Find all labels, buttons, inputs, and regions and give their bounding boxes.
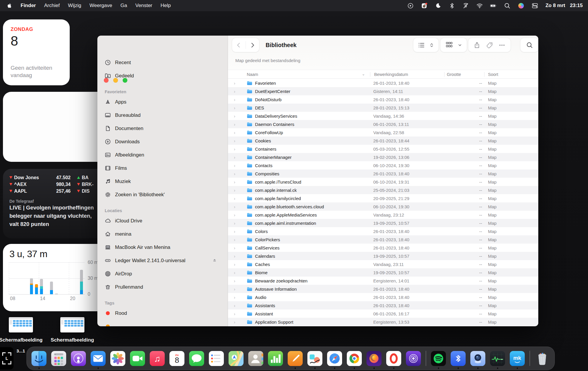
disclosure-chevron-icon[interactable]: › bbox=[234, 254, 239, 259]
disclosure-chevron-icon[interactable]: › bbox=[234, 196, 239, 201]
disclosure-chevron-icon[interactable]: › bbox=[234, 114, 239, 119]
dock-icon-firefox[interactable] bbox=[367, 351, 382, 366]
table-row[interactable]: › com.apple.familycircled 20-09-2025, 21… bbox=[228, 194, 538, 202]
table-row[interactable]: › Autosave Information 26-01-2023, 18:40… bbox=[228, 285, 538, 293]
disclosure-chevron-icon[interactable]: › bbox=[234, 122, 239, 127]
disclosure-chevron-icon[interactable]: › bbox=[234, 229, 239, 234]
list-view-button[interactable] bbox=[413, 38, 439, 52]
siri-icon[interactable] bbox=[518, 2, 524, 9]
dock-icon-finder[interactable] bbox=[31, 351, 46, 366]
control-center-icon[interactable] bbox=[532, 2, 538, 9]
table-row[interactable]: › Cookies 26-01-2023, 18:44 -- Map bbox=[228, 137, 538, 145]
sidebar-item-downloads[interactable]: Downloads bbox=[97, 135, 228, 148]
dock-icon-messages[interactable] bbox=[189, 351, 204, 366]
dock-icon-pages[interactable] bbox=[288, 351, 303, 366]
bluetooth-icon[interactable] bbox=[449, 2, 455, 9]
table-row[interactable]: › Biome 19-09-2025, 10:57 -- Map bbox=[228, 268, 538, 277]
disclosure-chevron-icon[interactable]: › bbox=[234, 89, 239, 94]
table-row[interactable]: › com.apple.iTunesCloud 06-10-2024, 19:3… bbox=[228, 178, 538, 186]
dock-icon-bluetooth-exchange[interactable] bbox=[451, 351, 466, 366]
dock-icon-podcasts[interactable] bbox=[71, 351, 86, 366]
calendar-widget[interactable]: ZONDAG 8 Geen activiteiten vandaag bbox=[3, 19, 70, 85]
memoji-app-icon[interactable] bbox=[421, 2, 428, 9]
column-header-naam[interactable]: Naam bbox=[247, 70, 258, 79]
menu-bar-clock[interactable]: Zo 8 mrt 23:15 bbox=[545, 3, 583, 9]
dock-icon-spotify[interactable] bbox=[431, 351, 446, 366]
screen-capture-icon[interactable]: L bbox=[0, 347, 14, 370]
table-row[interactable]: › DoNotDisturb 26-01-2023, 18:40 -- Map bbox=[228, 95, 538, 104]
dock-icon-photos[interactable] bbox=[110, 351, 125, 366]
dock-icon-safari[interactable] bbox=[327, 351, 342, 366]
table-row[interactable]: › Favorieten 26-01-2023, 18:40 -- Map bbox=[228, 79, 538, 87]
table-row[interactable]: › Containers 05-03-2026, 12:55 -- Map bbox=[228, 145, 538, 153]
column-header-grootte[interactable]: Grootte bbox=[447, 70, 461, 79]
dock-icon-numbers[interactable] bbox=[268, 351, 283, 366]
sidebar-item-prullenmand[interactable]: Prullenmand bbox=[97, 280, 228, 294]
disclosure-chevron-icon[interactable]: › bbox=[234, 278, 239, 283]
wifi-icon[interactable] bbox=[476, 2, 483, 9]
dock-icon-mackeeper[interactable]: mk bbox=[510, 351, 525, 366]
disclosure-chevron-icon[interactable]: › bbox=[234, 81, 239, 86]
dock-icon-trash[interactable] bbox=[535, 351, 550, 366]
table-row[interactable]: › com.apple.aiml.instrumentation 19-09-2… bbox=[228, 219, 538, 227]
dock-icon-freeform[interactable] bbox=[307, 351, 322, 366]
table-row[interactable]: › com.apple.AppleMediaServices Vandaag, … bbox=[228, 211, 538, 219]
sidebar-item-ledger-wallet-2-141-0-universal[interactable]: Ledger Wallet 2.141.0-universal bbox=[97, 254, 228, 267]
column-header-bewerkingsdatum[interactable]: Bewerkingsdatum bbox=[374, 70, 408, 79]
disclosure-chevron-icon[interactable]: › bbox=[234, 270, 239, 275]
sidebar-item-rood[interactable]: Rood bbox=[97, 307, 228, 320]
dock-icon-reminders[interactable] bbox=[209, 351, 224, 366]
table-row[interactable]: › Daemon Containers 06-01-2026, 13:11 --… bbox=[228, 120, 538, 128]
disclosure-chevron-icon[interactable]: › bbox=[234, 262, 239, 267]
table-row[interactable]: › DES 28-01-2023, 15:13 -- Map bbox=[228, 104, 538, 112]
sidebar-item-films[interactable]: Films bbox=[97, 162, 228, 175]
disclosure-chevron-icon[interactable]: › bbox=[234, 130, 239, 135]
table-row[interactable]: › com.apple.internal.ck 25-05-2024, 21:0… bbox=[228, 186, 538, 194]
menu-archief[interactable]: Archief bbox=[40, 3, 64, 9]
table-row[interactable]: › Assistant 06-01-2026, 16:17 -- Map bbox=[228, 310, 538, 318]
dock-icon-mail[interactable] bbox=[91, 351, 106, 366]
sidebar-item-menina[interactable]: menina bbox=[97, 227, 228, 241]
dock-icon-calendar[interactable]: Zo8 bbox=[169, 351, 184, 366]
sidebar-item-afbeeldingen[interactable]: Afbeeldingen bbox=[97, 148, 228, 162]
dock-icon-opera[interactable] bbox=[386, 351, 401, 366]
disclosure-chevron-icon[interactable]: › bbox=[234, 245, 239, 250]
sidebar-item-gedeeld[interactable]: Gedeeld bbox=[97, 69, 228, 82]
table-row[interactable]: › CallServices 26-01-2023, 18:40 -- Map bbox=[228, 244, 538, 252]
sidebar-item-apps[interactable]: Apps bbox=[97, 95, 228, 109]
dock-icon-tor-browser[interactable] bbox=[406, 351, 421, 366]
tag-button[interactable] bbox=[486, 41, 493, 49]
dock-icon-facetime[interactable] bbox=[130, 351, 145, 366]
eject-icon[interactable] bbox=[212, 258, 217, 263]
menu-ga[interactable]: Ga bbox=[116, 3, 131, 9]
table-row[interactable]: › Assistants 26-01-2023, 18:40 -- Map bbox=[228, 301, 538, 310]
disclosure-chevron-icon[interactable]: › bbox=[234, 295, 239, 300]
table-row[interactable]: › com.apple.bluetooth.services.cloud 06-… bbox=[228, 202, 538, 211]
sidebar-item-macbook-air-van-menina[interactable]: MacBook Air van Menina bbox=[97, 241, 228, 254]
sidebar-item-tag[interactable] bbox=[97, 320, 228, 326]
table-row[interactable]: › DataDeliveryServices Vandaag, 14:36 --… bbox=[228, 112, 538, 120]
menu-wijzig[interactable]: Wijzig bbox=[64, 3, 85, 9]
disclosure-chevron-icon[interactable]: › bbox=[234, 188, 239, 193]
disclosure-chevron-icon[interactable]: › bbox=[234, 237, 239, 242]
table-row[interactable]: › Contacts 06-10-2024, 19:30 -- Map bbox=[228, 161, 538, 169]
table-row[interactable]: › DuetExpertCenter Gisteren, 14:11 -- Ma… bbox=[228, 87, 538, 95]
disclosure-chevron-icon[interactable]: › bbox=[234, 163, 239, 168]
dock-icon-camo[interactable] bbox=[470, 351, 485, 366]
disclosure-chevron-icon[interactable]: › bbox=[234, 320, 239, 325]
dock-icon-maps[interactable] bbox=[229, 351, 244, 366]
spotlight-icon[interactable] bbox=[504, 2, 511, 9]
screenshot-thumbnail-2[interactable] bbox=[60, 317, 84, 332]
table-row[interactable]: › Application Support Eergisteren, 13:53… bbox=[228, 318, 538, 326]
table-row[interactable]: › Bewaarde zoekopdrachten Eergisteren, 1… bbox=[228, 277, 538, 285]
table-row[interactable]: › ContainerManager 19-02-2026, 13:06 -- … bbox=[228, 153, 538, 161]
table-row[interactable]: › Colors 26-01-2023, 18:40 -- Map bbox=[228, 227, 538, 235]
disclosure-chevron-icon[interactable]: › bbox=[234, 147, 239, 152]
focus-moon-icon[interactable] bbox=[435, 2, 442, 9]
menu-help[interactable]: Help bbox=[156, 3, 175, 9]
disclosure-chevron-icon[interactable]: › bbox=[234, 155, 239, 160]
menu-venster[interactable]: Venster bbox=[131, 3, 156, 9]
more-button[interactable] bbox=[498, 41, 506, 49]
disclosure-chevron-icon[interactable]: › bbox=[234, 97, 239, 102]
sidebar-item-bureaublad[interactable]: Bureaublad bbox=[97, 109, 228, 122]
